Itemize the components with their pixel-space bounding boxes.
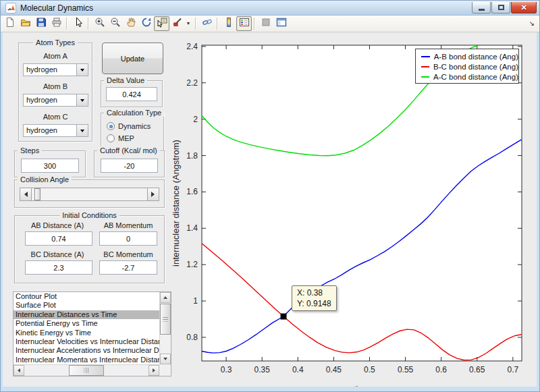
axes-box[interactable] (202, 45, 522, 361)
atom-c-label: Atom C (18, 113, 92, 121)
list-item[interactable]: Potential Energy vs Time (14, 319, 159, 328)
show-plot-tools-icon (276, 17, 287, 30)
brush-data-menu-caret[interactable]: ▼ (185, 21, 192, 28)
x-tick-label: 0.4 (292, 365, 304, 374)
link-plot-button[interactable] (199, 16, 215, 31)
delta-value-field[interactable] (106, 87, 157, 101)
chevron-down-icon[interactable] (76, 64, 88, 76)
rotate-3d-button[interactable] (138, 16, 154, 31)
arrow-down-icon (163, 358, 167, 362)
horizontal-scrollbar[interactable] (14, 364, 159, 376)
bc-distance-field[interactable] (25, 260, 92, 275)
x-tick-label: 0.5 (364, 365, 375, 374)
save-figure-button[interactable] (33, 16, 49, 31)
toolbar-separator (254, 18, 255, 30)
list-item[interactable]: Surface Plot (14, 301, 159, 310)
toolbar-separator (217, 18, 218, 30)
y-tick-label: 0.8 (186, 333, 198, 342)
steps-field[interactable] (21, 159, 79, 173)
y-axis-label: internuclear distance (Angstrom) (171, 140, 181, 267)
bc-momentum-field[interactable] (99, 260, 157, 275)
x-tick-label: 0.6 (435, 365, 447, 374)
hide-plot-tools-button[interactable] (258, 16, 273, 31)
maximize-icon (498, 5, 504, 10)
data-cursor-icon (157, 17, 167, 30)
bc-distance-label: BC Distance (A) (21, 250, 94, 258)
legend-line-sample (421, 66, 429, 67)
minimize-button[interactable] (472, 2, 491, 13)
show-plot-tools-button[interactable] (273, 16, 289, 31)
atom-a-dropdown[interactable]: hydrogen (23, 63, 88, 76)
cutoff-field[interactable] (101, 159, 158, 173)
list-item[interactable]: Internuclear Accelerations vs Internucle… (14, 346, 159, 355)
maximize-button[interactable] (491, 2, 510, 13)
radio-mep[interactable]: MEP (107, 134, 134, 143)
zoom-out-button[interactable] (107, 16, 123, 31)
atom-b-dropdown[interactable]: hydrogen (23, 94, 88, 107)
collision-angle-slider[interactable] (20, 188, 159, 201)
edit-plot-icon (73, 17, 84, 30)
list-item[interactable]: Kinetic Energy vs Time (14, 329, 159, 337)
list-item[interactable]: Internuclear Momenta vs Internuclear Dis… (14, 356, 159, 364)
ab-momentum-field[interactable] (99, 231, 157, 246)
titlebar[interactable]: Molecular Dynamics ✕ (1, 1, 539, 16)
thumb-grip (163, 317, 168, 322)
pan-icon (126, 17, 136, 30)
data-cursor-button[interactable] (154, 16, 169, 31)
radio-dynamics[interactable]: Dynamics (107, 121, 151, 131)
insert-legend-button[interactable] (236, 16, 252, 31)
legend-label: A-C bond distance (Ang) (433, 73, 518, 81)
zoom-in-button[interactable] (92, 16, 107, 31)
update-button[interactable]: Update (102, 43, 163, 74)
x-tick-label: 0.35 (254, 365, 271, 374)
toolbar-overflow-icon[interactable]: ↘ (529, 20, 535, 27)
list-item[interactable]: Internuclear Distances vs Time (14, 310, 159, 319)
scroll-left-button[interactable] (14, 365, 24, 376)
atom-a-label: Atom A (18, 52, 92, 60)
arrow-left-icon (16, 368, 20, 372)
list-item[interactable]: Internuclear Velocities vs Internuclear … (14, 337, 159, 346)
scroll-right-button[interactable] (148, 365, 159, 376)
plot-area[interactable]: 0.30.350.40.450.50.550.60.650.70.811.21.… (169, 34, 539, 391)
open-file-button[interactable] (18, 16, 33, 31)
axes[interactable]: 0.30.350.40.450.50.550.60.650.70.811.21.… (169, 34, 539, 391)
atom-types-title: Atom Types (33, 38, 78, 47)
x-tick-label: 0.3 (221, 365, 232, 374)
save-figure-icon (36, 17, 47, 30)
arrow-up-icon (163, 294, 167, 299)
new-figure-button[interactable] (2, 16, 18, 31)
legend-entry[interactable]: A-C bond distance (Ang) (416, 72, 518, 82)
chevron-down-icon[interactable] (76, 94, 88, 106)
plot-type-listbox[interactable]: Contour PlotSurface PlotInternuclear Dis… (13, 291, 171, 376)
insert-colorbar-icon (223, 17, 234, 30)
atom-c-dropdown[interactable]: hydrogen (23, 124, 88, 137)
radio-icon[interactable] (107, 122, 115, 130)
close-button[interactable]: ✕ (511, 2, 537, 13)
legend-entry[interactable]: A-B bond distance (Ang) (416, 51, 518, 61)
arrow-left-icon (22, 192, 28, 197)
radio-icon[interactable] (107, 134, 115, 142)
datatip-marker[interactable] (281, 314, 287, 320)
horizontal-scroll-thumb[interactable] (69, 365, 104, 376)
edit-plot-button[interactable] (70, 16, 86, 31)
pan-button[interactable] (123, 16, 138, 31)
zoom-in-icon (94, 17, 105, 30)
list-item[interactable]: Contour Plot (14, 292, 159, 301)
cutoff-title: Cutoff (Kcal/ mol) (97, 146, 160, 155)
brush-data-button[interactable] (169, 16, 185, 31)
y-tick-label: 1.6 (186, 187, 198, 196)
ab-distance-field[interactable] (25, 231, 92, 246)
slider-thumb[interactable] (34, 188, 40, 200)
insert-colorbar-button[interactable] (221, 16, 236, 31)
slider-left-arrow[interactable] (20, 188, 32, 200)
initial-conditions-title: Initial Conditions (59, 211, 119, 219)
slider-right-arrow[interactable] (147, 188, 159, 200)
legend-line-sample (421, 56, 430, 57)
legend-entry[interactable]: B-C bond distance (Ang) (416, 61, 518, 72)
datatip-x: X: 0.38 (297, 287, 331, 298)
atom-b-value: hydrogen (26, 96, 57, 104)
chevron-down-icon[interactable] (76, 125, 88, 136)
atom-c-value: hydrogen (26, 126, 57, 134)
print-figure-button[interactable] (49, 16, 64, 31)
legend[interactable]: A-B bond distance (Ang)B-C bond distance… (415, 49, 519, 84)
